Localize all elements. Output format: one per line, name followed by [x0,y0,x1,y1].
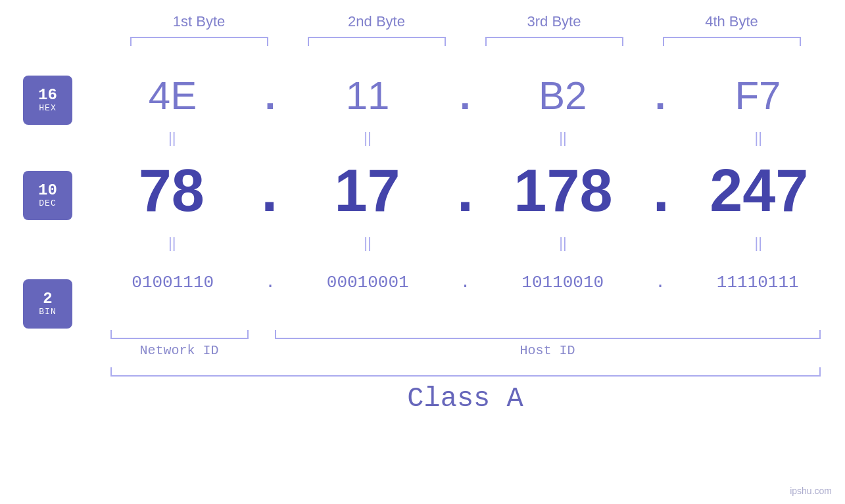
bottom-brackets-container [110,330,821,339]
eq2-1: || [90,235,254,252]
byte2-header: 2nd Byte [295,13,459,30]
dec-val-4: 247 [677,157,841,225]
dec-val-1: 78 [89,157,254,225]
dec-base-num: 10 [38,183,57,198]
base-badges-col: 16 HEX 10 DEC 2 BIN [0,66,85,329]
bin-row: 01001110 . 00010001 . 10110010 . 1111011… [85,256,845,309]
watermark: ipshu.com [790,486,832,496]
bracket-byte4 [663,37,801,46]
eq1-3: || [481,129,645,147]
network-id-bracket [110,330,249,339]
dot-bin-3: . [655,273,665,292]
dot-bin-2: . [460,273,471,292]
eq2-3: || [481,235,645,252]
network-id-label: Network ID [110,343,249,358]
bin-val-1: 01001110 [91,273,255,292]
class-row: Class A [110,367,821,415]
dec-row: 78 . 17 . 178 . 247 [85,151,845,230]
eq1-1: || [90,129,254,147]
byte3-header: 3rd Byte [472,13,637,30]
bin-val-4: 11110111 [675,273,840,292]
host-id-label: Host ID [275,343,821,358]
eq1-4: || [676,129,840,147]
hex-base-label: HEX [39,103,56,113]
eq1-2: || [285,129,450,147]
bin-base-label: BIN [39,307,56,317]
bin-badge: 2 BIN [23,279,72,329]
id-labels: Network ID Host ID [110,343,821,358]
bracket-byte2 [308,37,446,46]
bin-val-2: 00010001 [285,273,450,292]
eq2-2: || [285,235,450,252]
byte-headers: 1st Byte 2nd Byte 3rd Byte 4th Byte [110,13,821,30]
main-container: 1st Byte 2nd Byte 3rd Byte 4th Byte 16 H… [0,0,845,504]
hex-val-3: B2 [481,73,645,118]
dec-base-label: DEC [39,198,56,208]
dot-dec-2: . [457,157,473,225]
equals-row-1: || || || || [85,125,845,151]
hex-val-4: F7 [675,73,840,118]
bracket-byte3 [485,37,623,46]
values-col: 4E . 11 . B2 . F7 || || || || 78 [85,66,845,329]
dot-hex-1: . [264,73,276,118]
hex-base-num: 16 [38,87,57,103]
dot-hex-3: . [655,73,666,118]
hex-badge: 16 HEX [23,76,72,125]
class-label: Class A [407,383,523,415]
dot-hex-2: . [460,73,471,118]
top-brackets [110,37,821,46]
hex-row: 4E . 11 . B2 . F7 [85,66,845,125]
dot-dec-1: . [261,157,278,225]
data-rows: 16 HEX 10 DEC 2 BIN 4E . 11 . [0,66,845,329]
host-id-bracket [275,330,821,339]
dot-dec-3: . [653,157,669,225]
eq2-4: || [676,235,840,252]
bracket-byte1 [130,37,268,46]
dot-bin-1: . [265,273,276,292]
byte1-header: 1st Byte [117,13,281,30]
dec-val-3: 178 [481,157,645,225]
dec-badge: 10 DEC [23,171,72,220]
dec-val-2: 17 [285,157,450,225]
bin-val-3: 10110010 [481,273,645,292]
equals-row-2: || || || || [85,230,845,256]
class-bracket [110,367,821,377]
bin-base-num: 2 [43,291,52,307]
hex-val-1: 4E [90,73,254,118]
hex-val-2: 11 [285,73,450,118]
byte4-header: 4th Byte [650,13,814,30]
